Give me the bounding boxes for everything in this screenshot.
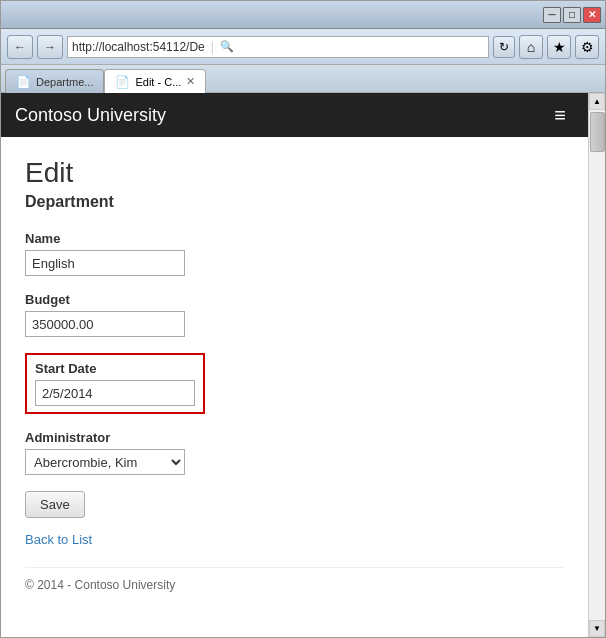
- page-subtitle: Department: [25, 193, 564, 211]
- browser-window: ─ □ ✕ ← → http://localhost:54112/De | 🔍 …: [0, 0, 606, 638]
- address-bar: ← → http://localhost:54112/De | 🔍 ↻ ⌂ ★ …: [1, 29, 605, 65]
- refresh-button[interactable]: ↻: [493, 36, 515, 58]
- administrator-field-group: Administrator Abercrombie, Kim Fakhouri,…: [25, 430, 564, 475]
- browser-content: Contoso University ≡ Edit Department Nam…: [1, 93, 588, 637]
- tab-edit[interactable]: 📄 Edit - C... ✕: [104, 69, 206, 93]
- tab-edit-icon: 📄: [115, 75, 130, 89]
- administrator-label: Administrator: [25, 430, 564, 445]
- start-date-field-group: Start Date: [25, 353, 205, 414]
- maximize-button[interactable]: □: [563, 7, 581, 23]
- page-footer: © 2014 - Contoso University: [25, 567, 564, 592]
- title-bar-buttons: ─ □ ✕: [543, 7, 601, 23]
- name-field-group: Name: [25, 231, 564, 276]
- browser-main: Contoso University ≡ Edit Department Nam…: [1, 93, 605, 637]
- page-content: Edit Department Name Budget Start Date: [1, 137, 588, 637]
- scrollbar-track: ▲ ▼: [588, 93, 605, 637]
- close-button[interactable]: ✕: [583, 7, 601, 23]
- back-to-list-link[interactable]: Back to List: [25, 532, 564, 547]
- back-button[interactable]: ←: [7, 35, 33, 59]
- hamburger-button[interactable]: ≡: [546, 100, 574, 131]
- favorites-icon-button[interactable]: ★: [547, 35, 571, 59]
- settings-icon-button[interactable]: ⚙: [575, 35, 599, 59]
- search-separator-icon: |: [211, 40, 214, 54]
- address-input-container[interactable]: http://localhost:54112/De | 🔍: [67, 36, 489, 58]
- budget-label: Budget: [25, 292, 564, 307]
- scrollbar-up-arrow[interactable]: ▲: [589, 93, 605, 110]
- tab-departments-label: Departme...: [36, 76, 93, 88]
- scrollbar-down-arrow[interactable]: ▼: [589, 620, 605, 637]
- footer-text: © 2014 - Contoso University: [25, 578, 175, 592]
- tabs-bar: 📄 Departme... 📄 Edit - C... ✕: [1, 65, 605, 93]
- tab-edit-label: Edit - C...: [135, 76, 181, 88]
- budget-field-group: Budget: [25, 292, 564, 337]
- start-date-input[interactable]: [35, 380, 195, 406]
- app-title: Contoso University: [15, 105, 166, 126]
- tab-departments[interactable]: 📄 Departme...: [5, 69, 104, 93]
- toolbar-icons: ⌂ ★ ⚙: [519, 35, 599, 59]
- url-text: http://localhost:54112/De: [72, 40, 205, 54]
- page-title: Edit: [25, 157, 564, 189]
- tab-edit-close-icon[interactable]: ✕: [186, 75, 195, 88]
- name-input[interactable]: [25, 250, 185, 276]
- tab-departments-icon: 📄: [16, 75, 31, 89]
- scrollbar-thumb[interactable]: [590, 112, 605, 152]
- save-button[interactable]: Save: [25, 491, 85, 518]
- name-label: Name: [25, 231, 564, 246]
- title-bar: ─ □ ✕: [1, 1, 605, 29]
- start-date-label: Start Date: [35, 361, 195, 376]
- administrator-select[interactable]: Abercrombie, Kim Fakhouri, Fadi Harui, R…: [25, 449, 185, 475]
- app-navbar: Contoso University ≡: [1, 93, 588, 137]
- minimize-button[interactable]: ─: [543, 7, 561, 23]
- budget-input[interactable]: [25, 311, 185, 337]
- home-icon-button[interactable]: ⌂: [519, 35, 543, 59]
- forward-button[interactable]: →: [37, 35, 63, 59]
- address-search-icon[interactable]: 🔍: [220, 40, 234, 53]
